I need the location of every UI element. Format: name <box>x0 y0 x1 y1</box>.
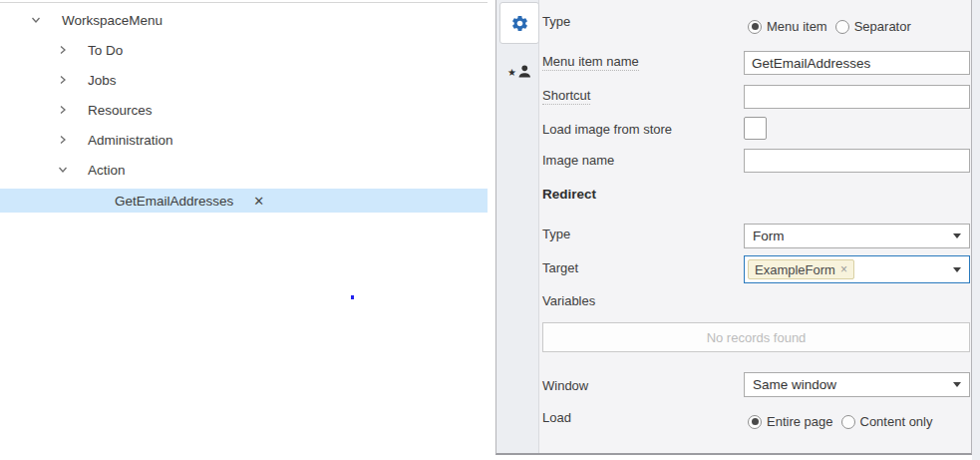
chevron-down-icon[interactable] <box>30 14 42 26</box>
chevron-right-icon[interactable] <box>57 104 69 116</box>
tree-item-label: Resources <box>88 103 153 118</box>
properties-panel: Type Menu item Separator Menu item name … <box>495 0 972 455</box>
chevron-right-icon[interactable] <box>57 134 69 146</box>
target-tag-list: ExampleForm × <box>748 259 953 279</box>
remove-tag-icon[interactable]: × <box>840 262 847 276</box>
radio-content-only-label: Content only <box>860 414 933 429</box>
target-tag-label: ExampleForm <box>755 262 835 277</box>
radio-menu-item[interactable] <box>748 20 762 34</box>
user-star-icon <box>507 63 531 80</box>
app-window: WorkspaceMenu To Do Jobs Resources Admin <box>0 0 980 460</box>
tree-item-label: Administration <box>88 133 173 148</box>
radio-menu-item-label: Menu item <box>767 19 827 34</box>
tree-item-workspacemenu[interactable]: WorkspaceMenu <box>0 8 488 32</box>
window-value: Same window <box>753 377 953 392</box>
tree-item-label: To Do <box>88 43 123 58</box>
radio-entire-page-label: Entire page <box>767 414 833 429</box>
redirect-type-value: Form <box>753 229 953 243</box>
no-records-text: No records found <box>707 330 807 345</box>
image-name-input[interactable] <box>744 149 970 173</box>
tree-item-todo[interactable]: To Do <box>0 38 488 62</box>
tab-settings[interactable] <box>499 2 539 44</box>
shortcut-input[interactable] <box>744 85 970 109</box>
variables-empty-state: No records found <box>542 322 970 352</box>
tree-item-jobs[interactable]: Jobs <box>0 68 488 92</box>
close-icon[interactable]: ✕ <box>253 194 264 209</box>
image-name-label: Image name <box>542 153 614 168</box>
tree-item-administration[interactable]: Administration <box>0 128 488 152</box>
target-combo[interactable]: ExampleForm × <box>744 255 970 283</box>
chevron-right-icon[interactable] <box>57 44 69 56</box>
right-edge-gutter <box>972 0 980 460</box>
properties-tab-strip <box>496 0 539 453</box>
target-tag: ExampleForm × <box>748 259 854 279</box>
tab-permissions[interactable] <box>499 50 539 92</box>
type-label: Type <box>542 14 570 29</box>
type-radio-group: Menu item Separator <box>748 19 919 34</box>
menu-tree-panel: WorkspaceMenu To Do Jobs Resources Admin <box>0 0 488 460</box>
panel-top-divider <box>0 2 488 3</box>
gear-icon <box>510 14 529 33</box>
redirect-type-label: Type <box>542 227 570 241</box>
stray-cursor-dot <box>351 295 354 299</box>
tree-item-label: Jobs <box>88 73 117 88</box>
load-image-from-store-label: Load image from store <box>542 122 672 137</box>
tree-item-getemailaddresses[interactable]: GetEmailAddresses ✕ <box>0 189 488 213</box>
target-label: Target <box>542 260 578 275</box>
load-image-from-store-checkbox[interactable] <box>744 117 767 140</box>
radio-separator[interactable] <box>835 20 849 34</box>
tree-item-label: WorkspaceMenu <box>62 13 163 28</box>
window-select[interactable]: Same window <box>744 372 970 397</box>
radio-content-only[interactable] <box>841 415 855 429</box>
redirect-heading: Redirect <box>542 187 596 202</box>
variables-label: Variables <box>542 293 595 308</box>
load-radio-group: Entire page Content only <box>748 414 941 429</box>
tree-item-resources[interactable]: Resources <box>0 98 488 122</box>
chevron-right-icon[interactable] <box>57 74 69 86</box>
tree-item-label: Action <box>88 163 126 178</box>
radio-entire-page[interactable] <box>748 415 762 429</box>
window-label: Window <box>542 378 588 393</box>
redirect-type-select[interactable]: Form <box>744 224 970 248</box>
menu-item-name-input[interactable] <box>744 51 970 75</box>
radio-separator-label: Separator <box>854 19 911 34</box>
shortcut-label: Shortcut <box>542 88 590 105</box>
chevron-down-icon[interactable] <box>57 164 69 176</box>
chevron-down-icon <box>953 233 961 238</box>
chevron-down-icon <box>953 267 961 272</box>
menu-item-name-label: Menu item name <box>542 54 639 71</box>
chevron-down-icon <box>953 382 961 387</box>
tree-item-action[interactable]: Action <box>0 158 488 182</box>
tree-item-label: GetEmailAddresses <box>115 194 233 209</box>
load-label: Load <box>542 410 571 425</box>
